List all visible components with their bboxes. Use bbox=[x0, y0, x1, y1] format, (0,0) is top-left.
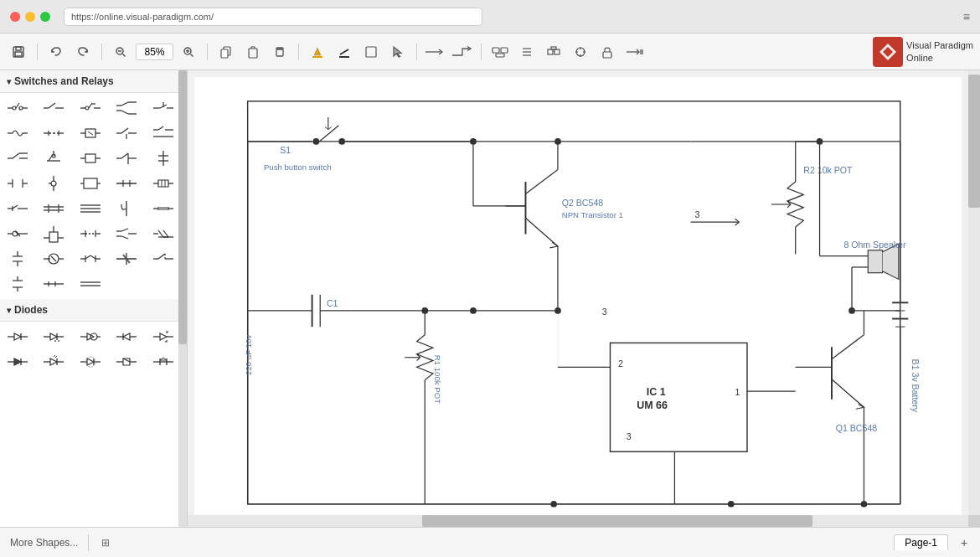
shape-item[interactable] bbox=[149, 197, 178, 220]
shape-item[interactable] bbox=[112, 121, 141, 145]
delete-button[interactable] bbox=[268, 40, 291, 64]
diode-item[interactable] bbox=[39, 350, 68, 374]
svg-point-270 bbox=[817, 138, 823, 145]
zoom-input[interactable]: 85% bbox=[136, 44, 173, 60]
bottom-bar: More Shapes... ⊞ Page-1 + bbox=[0, 527, 980, 557]
shape-item[interactable] bbox=[76, 147, 105, 170]
position-button[interactable] bbox=[569, 40, 592, 64]
more-button[interactable] bbox=[622, 40, 646, 64]
more-shapes-button[interactable]: More Shapes... bbox=[7, 535, 81, 550]
hamburger-icon[interactable]: ≡ bbox=[963, 10, 970, 23]
shape-item[interactable] bbox=[112, 96, 141, 120]
svg-point-280 bbox=[728, 501, 735, 508]
shape-item[interactable] bbox=[39, 197, 68, 220]
connector-button[interactable] bbox=[424, 40, 447, 64]
diode-item[interactable] bbox=[3, 325, 32, 348]
shape-item[interactable] bbox=[149, 222, 178, 245]
svg-rect-136 bbox=[49, 232, 58, 242]
shape-item[interactable] bbox=[3, 172, 32, 195]
shape-item[interactable] bbox=[149, 247, 178, 271]
diode-item[interactable] bbox=[112, 325, 141, 348]
group-button[interactable] bbox=[488, 40, 512, 64]
shape-item[interactable] bbox=[149, 96, 178, 120]
close-button[interactable] bbox=[10, 12, 20, 22]
shape-item[interactable] bbox=[3, 272, 32, 296]
fill-button[interactable] bbox=[306, 40, 329, 64]
svg-rect-20 bbox=[501, 48, 508, 53]
shape-item[interactable] bbox=[76, 197, 105, 220]
page-tab[interactable]: Page-1 bbox=[894, 534, 948, 550]
shape-item[interactable] bbox=[39, 272, 68, 296]
shape-item[interactable] bbox=[3, 247, 32, 271]
shape-item[interactable] bbox=[112, 197, 141, 220]
shape-item[interactable] bbox=[3, 96, 32, 120]
svg-line-224 bbox=[123, 358, 130, 362]
svg-rect-263 bbox=[868, 250, 882, 273]
shape-item[interactable] bbox=[39, 172, 68, 195]
maximize-button[interactable] bbox=[40, 12, 50, 22]
diode-item[interactable] bbox=[112, 350, 141, 374]
diode-item[interactable] bbox=[3, 350, 32, 374]
elbow-connector-button[interactable] bbox=[451, 40, 474, 64]
horizontal-scrollbar[interactable] bbox=[188, 515, 968, 527]
shape-item[interactable] bbox=[112, 172, 141, 195]
diode-item[interactable] bbox=[149, 350, 178, 374]
shape-item[interactable] bbox=[76, 96, 105, 120]
redo-button[interactable] bbox=[71, 40, 95, 64]
shape-item[interactable] bbox=[149, 147, 178, 170]
section-switches[interactable]: ▾ Switches and Relays bbox=[0, 70, 187, 93]
copy-button[interactable] bbox=[214, 40, 238, 64]
svg-line-41 bbox=[16, 103, 19, 108]
shape-item[interactable] bbox=[76, 272, 105, 296]
minimize-button[interactable] bbox=[25, 12, 35, 22]
shape-item[interactable] bbox=[76, 247, 105, 271]
shape-item[interactable] bbox=[3, 222, 32, 245]
vertical-scrollbar[interactable] bbox=[968, 70, 980, 515]
section-diodes[interactable]: ▾ Diodes bbox=[0, 299, 187, 322]
diode-item[interactable] bbox=[76, 350, 105, 374]
svg-text:3: 3 bbox=[627, 431, 632, 441]
shape-button[interactable] bbox=[359, 40, 383, 64]
shape-item[interactable] bbox=[39, 121, 68, 145]
svg-line-45 bbox=[49, 103, 55, 108]
zoom-in-button[interactable] bbox=[177, 40, 200, 64]
svg-marker-192 bbox=[50, 333, 57, 340]
arrange-button[interactable] bbox=[542, 40, 565, 64]
shape-item[interactable] bbox=[3, 147, 32, 170]
add-page-button[interactable]: + bbox=[955, 534, 973, 552]
url-bar[interactable]: https://online.visual-paradigm.com/ bbox=[64, 8, 482, 26]
shape-item[interactable] bbox=[112, 222, 141, 245]
diode-item[interactable] bbox=[76, 325, 105, 348]
shape-item[interactable] bbox=[39, 96, 68, 120]
canvas-area[interactable]: S1 Push button switch bbox=[188, 70, 980, 527]
shape-item[interactable] bbox=[112, 247, 141, 271]
shape-item[interactable] bbox=[76, 121, 105, 145]
paste-button[interactable] bbox=[241, 40, 265, 64]
svg-marker-202 bbox=[123, 333, 130, 340]
shape-item[interactable] bbox=[149, 172, 178, 195]
save-button[interactable] bbox=[7, 40, 30, 64]
shape-item[interactable] bbox=[112, 147, 141, 170]
shape-item[interactable] bbox=[76, 172, 105, 195]
shape-item[interactable] bbox=[3, 121, 32, 145]
diode-item[interactable] bbox=[39, 325, 68, 348]
pointer-button[interactable] bbox=[386, 40, 410, 64]
align-button[interactable] bbox=[515, 40, 539, 64]
expand-panel-button[interactable]: ⊞ bbox=[95, 533, 116, 553]
diode-item[interactable] bbox=[149, 325, 178, 348]
svg-text:Q1 BC548: Q1 BC548 bbox=[836, 423, 878, 433]
shape-item[interactable] bbox=[39, 147, 68, 170]
shape-item[interactable] bbox=[76, 222, 105, 245]
shape-item[interactable] bbox=[39, 222, 68, 245]
shape-item[interactable] bbox=[39, 247, 68, 271]
shape-item[interactable] bbox=[149, 121, 178, 145]
undo-button[interactable] bbox=[44, 40, 68, 64]
svg-rect-16 bbox=[339, 56, 349, 58]
sidebar-scrollbar[interactable] bbox=[178, 70, 187, 527]
svg-rect-1 bbox=[16, 47, 21, 50]
line-color-button[interactable] bbox=[333, 40, 356, 64]
shape-item[interactable] bbox=[3, 197, 32, 220]
zoom-out-button[interactable] bbox=[109, 40, 132, 64]
lock-button[interactable] bbox=[596, 40, 619, 64]
sep-4 bbox=[298, 44, 299, 60]
